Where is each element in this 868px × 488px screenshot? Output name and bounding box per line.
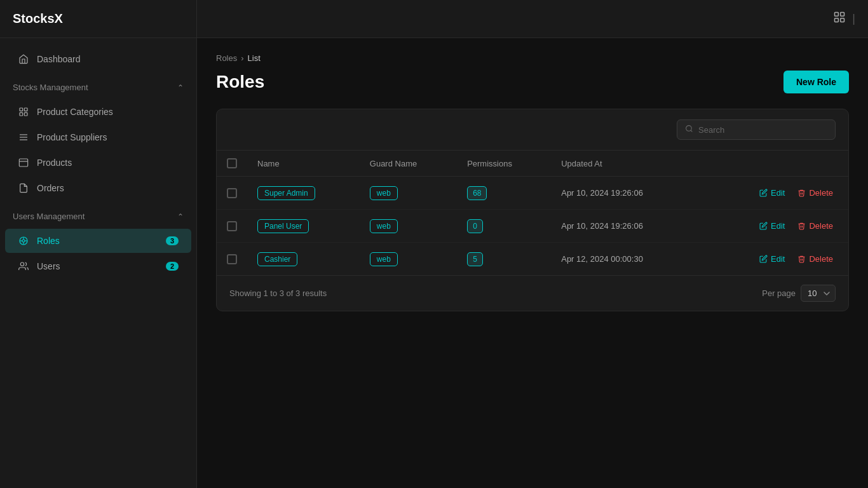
users-icon [18, 261, 29, 272]
app-logo: StocksX [0, 0, 196, 38]
permissions-count: 0 [467, 219, 483, 233]
svg-rect-1 [24, 108, 27, 111]
page-title: Roles [216, 72, 264, 92]
chevron-up-icon-users: ⌃ [177, 212, 184, 221]
sidebar-item-product-categories[interactable]: Product Categories [5, 100, 191, 124]
svg-rect-7 [19, 159, 27, 166]
sidebar: StocksX Dashboard Stocks Management ⌃ [0, 0, 197, 488]
col-updated-at: Updated At [551, 151, 698, 177]
suppliers-icon [18, 132, 29, 143]
per-page-select: Per page 10 25 50 [762, 285, 836, 302]
edit-button-1[interactable]: Edit [754, 219, 790, 233]
table-row: Panel User web 0 Apr 10, 2024 19:26:06 E… [217, 210, 848, 243]
row-checkbox-2[interactable] [227, 254, 237, 264]
table-toolbar [217, 109, 848, 150]
breadcrumb-current: List [248, 53, 261, 63]
sidebar-item-products[interactable]: Products [5, 151, 191, 175]
home-icon [18, 53, 29, 65]
svg-rect-2 [20, 112, 23, 116]
sidebar-users-label: Users [37, 261, 60, 271]
sidebar-users-management-header[interactable]: Users Management ⌃ [0, 205, 196, 227]
main-content: | Roles › List Roles New Role [197, 0, 868, 488]
page-content: Roles › List Roles New Role [197, 38, 868, 488]
users-management-label: Users Management [13, 212, 85, 221]
edit-button-2[interactable]: Edit [754, 252, 790, 266]
category-icon [18, 106, 29, 118]
roles-table-card: Name Guard Name Permissions Updated At S… [216, 109, 849, 311]
svg-rect-0 [20, 108, 23, 111]
chevron-up-icon: ⌃ [177, 83, 184, 92]
breadcrumb-parent[interactable]: Roles [216, 53, 237, 63]
sidebar-item-users[interactable]: Users 2 [5, 254, 191, 278]
svg-point-15 [20, 262, 24, 266]
sidebar-roles-label: Roles [37, 236, 60, 246]
permissions-count: 5 [467, 252, 483, 266]
updated-at: Apr 10, 2024 19:26:06 [551, 177, 698, 210]
role-name-badge: Panel User [257, 219, 309, 233]
sidebar-item-dashboard[interactable]: Dashboard [5, 47, 191, 71]
breadcrumb-separator: › [241, 53, 243, 63]
sidebar-product-categories-label: Product Categories [37, 107, 113, 117]
permissions-count: 68 [467, 186, 487, 200]
guard-name-badge: web [370, 219, 398, 233]
select-all-checkbox[interactable] [227, 158, 237, 168]
showing-text: Showing 1 to 3 of 3 results [229, 288, 327, 298]
page-header: Roles New Role [216, 71, 849, 93]
roles-badge: 3 [166, 236, 179, 245]
svg-rect-16 [835, 13, 839, 17]
search-icon [685, 125, 693, 135]
col-permissions: Permissions [457, 151, 551, 177]
sidebar-products-label: Products [37, 158, 72, 168]
svg-rect-18 [835, 18, 839, 22]
app-name: StocksX [13, 11, 63, 26]
search-box[interactable] [677, 119, 836, 140]
stocks-management-label: Stocks Management [13, 83, 88, 92]
svg-rect-3 [24, 112, 27, 116]
edit-button-0[interactable]: Edit [754, 186, 790, 200]
products-icon [18, 157, 29, 168]
sidebar-item-orders[interactable]: Orders [5, 176, 191, 200]
delete-button-0[interactable]: Delete [792, 186, 838, 200]
role-name-badge: Super Admin [257, 186, 315, 200]
sidebar-item-product-suppliers[interactable]: Product Suppliers [5, 125, 191, 149]
svg-line-21 [691, 130, 692, 132]
sidebar-nav: Dashboard Stocks Management ⌃ Product Ca… [0, 38, 196, 488]
delete-button-2[interactable]: Delete [792, 252, 838, 266]
guard-name-badge: web [370, 186, 398, 200]
sidebar-product-suppliers-label: Product Suppliers [37, 132, 107, 142]
roles-icon [18, 235, 29, 247]
updated-at: Apr 10, 2024 19:26:06 [551, 210, 698, 243]
table-footer: Showing 1 to 3 of 3 results Per page 10 … [217, 275, 848, 311]
search-input[interactable] [698, 125, 827, 135]
row-checkbox-1[interactable] [227, 221, 237, 231]
sidebar-item-roles[interactable]: Roles 3 [5, 229, 191, 253]
delete-button-1[interactable]: Delete [792, 219, 838, 233]
role-name-badge: Cashier [257, 252, 297, 266]
svg-rect-17 [841, 13, 844, 17]
roles-table: Name Guard Name Permissions Updated At S… [217, 150, 848, 275]
updated-at: Apr 12, 2024 00:00:30 [551, 243, 698, 276]
per-page-label: Per page [762, 288, 796, 298]
breadcrumb: Roles › List [216, 53, 849, 63]
orders-icon [18, 182, 29, 194]
col-guard-name: Guard Name [360, 151, 457, 177]
svg-rect-19 [841, 18, 844, 22]
sidebar-dashboard-label: Dashboard [37, 54, 81, 64]
svg-point-10 [22, 240, 25, 242]
sidebar-orders-label: Orders [37, 183, 64, 193]
guard-name-badge: web [370, 252, 398, 266]
row-checkbox-0[interactable] [227, 188, 237, 198]
topbar-icon [833, 11, 846, 27]
topbar-divider: | [852, 12, 855, 25]
users-badge: 2 [166, 262, 179, 271]
table-row: Cashier web 5 Apr 12, 2024 00:00:30 Edit [217, 243, 848, 276]
svg-point-20 [686, 126, 692, 132]
col-name: Name [247, 151, 360, 177]
new-role-button[interactable]: New Role [783, 71, 849, 93]
topbar: | [197, 0, 868, 38]
table-row: Super Admin web 68 Apr 10, 2024 19:26:06… [217, 177, 848, 210]
per-page-dropdown[interactable]: 10 25 50 [801, 285, 836, 302]
sidebar-stocks-management-header[interactable]: Stocks Management ⌃ [0, 76, 196, 98]
